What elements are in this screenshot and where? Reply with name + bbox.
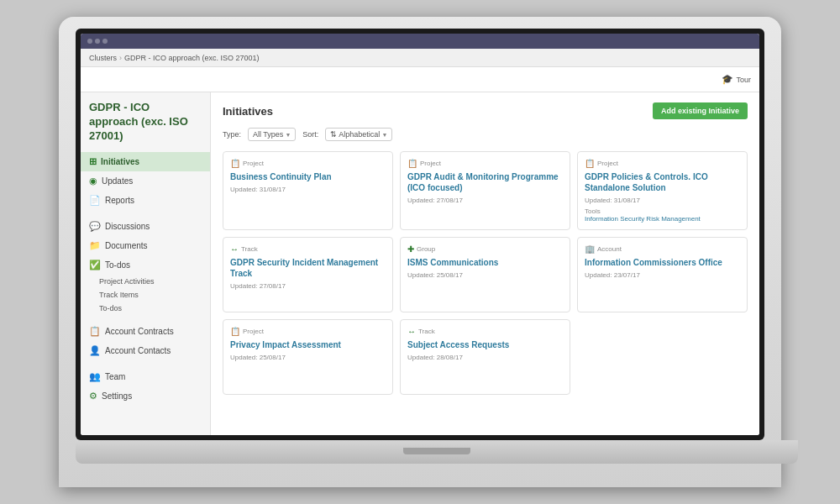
card-isms-type-icon: ✚ <box>407 244 414 254</box>
team-icon: 👥 <box>89 371 101 382</box>
sidebar-sub-project-activities[interactable]: Project Activities <box>81 275 210 288</box>
sidebar-sub-todos[interactable]: To-dos <box>81 302 210 315</box>
card-ico-type: 🏢 Account <box>585 244 740 254</box>
card-gdpr-policies-type-icon: 📋 <box>585 159 595 168</box>
type-filter-label: Type: <box>223 130 241 139</box>
screen-bezel: Clusters › GDPR - ICO approach (exc. ISO… <box>76 29 764 440</box>
sidebar-item-todos-label: To-dos <box>105 260 130 270</box>
account-contacts-icon: 👤 <box>89 345 101 356</box>
card-pia-updated: Updated: 25/08/17 <box>230 354 386 361</box>
card-isms[interactable]: ✚ Group ISMS Communications Updated: 25/… <box>400 237 570 312</box>
sidebar-item-updates-label: Updates <box>102 176 133 186</box>
card-ico-updated: Updated: 23/07/17 <box>585 271 740 279</box>
sidebar-item-todos[interactable]: ✅ To-dos <box>81 255 210 275</box>
settings-icon: ⚙ <box>89 391 97 402</box>
card-bcp-type: 📋 Project <box>230 159 386 168</box>
card-gdpr-security-updated: Updated: 27/08/17 <box>230 282 386 290</box>
sidebar-divider-3 <box>81 360 210 367</box>
documents-icon: 📁 <box>89 240 101 251</box>
sidebar-item-account-contacts-label: Account Contacts <box>105 346 171 355</box>
sidebar-item-account-contracts[interactable]: 📋 Account Contracts <box>81 322 210 341</box>
sidebar-item-reports-label: Reports <box>105 196 134 205</box>
card-gdpr-policies-tools-value: Information Security Risk Management <box>585 215 740 223</box>
filter-bar: Type: All Types ▼ Sort: ⇅ Alphabetical ▼ <box>223 128 748 141</box>
card-gdpr-audit[interactable]: 📋 Project GDPR Audit & Monitoring Progra… <box>400 151 570 230</box>
sidebar-divider-1 <box>81 210 210 217</box>
card-gdpr-audit-updated: Updated: 27/08/17 <box>407 197 563 204</box>
card-ico-type-icon: 🏢 <box>585 244 595 254</box>
sidebar-item-initiatives[interactable]: ⊞ Initiatives <box>81 152 210 171</box>
main-layout: GDPR - ICO approach (exc. ISO 27001) ⊞ I… <box>81 92 759 435</box>
discussions-icon: 💬 <box>89 221 101 232</box>
laptop-shell: Clusters › GDPR - ICO approach (exc. ISO… <box>59 17 781 487</box>
card-gdpr-security[interactable]: ↔ Track GDPR Security Incident Managemen… <box>223 237 393 312</box>
card-ico-title: Information Commissioners Office <box>585 257 740 268</box>
card-isms-type: ✚ Group <box>407 244 563 254</box>
breadcrumb: Clusters › GDPR - ICO approach (exc. ISO… <box>81 49 759 67</box>
laptop-base <box>76 440 798 464</box>
card-sar-updated: Updated: 28/08/17 <box>407 354 563 361</box>
sidebar-item-documents[interactable]: 📁 Documents <box>81 236 210 255</box>
tour-button[interactable]: 🎓 Tour <box>722 74 751 85</box>
tour-icon: 🎓 <box>722 74 733 85</box>
sidebar-item-documents-label: Documents <box>105 241 148 250</box>
sidebar-item-settings-label: Settings <box>102 391 132 401</box>
sidebar-item-initiatives-label: Initiatives <box>101 157 139 166</box>
card-gdpr-policies-type: 📋 Project <box>585 159 740 168</box>
card-bcp-title: Business Continuity Plan <box>230 171 386 182</box>
initiatives-icon: ⊞ <box>89 156 97 167</box>
sort-filter-select[interactable]: ⇅ Alphabetical ▼ <box>325 128 392 141</box>
card-gdpr-security-type-icon: ↔ <box>230 244 239 254</box>
card-gdpr-policies-tools-label: Tools <box>585 207 740 215</box>
sidebar-item-settings[interactable]: ⚙ Settings <box>81 386 210 406</box>
card-sar-type: ↔ Track <box>407 327 563 336</box>
card-sar-title: Subject Access Requests <box>407 339 563 350</box>
sidebar-item-account-contracts-label: Account Contracts <box>105 327 174 336</box>
add-initiative-button[interactable]: Add existing Initiative <box>653 102 748 119</box>
sidebar-item-account-contacts[interactable]: 👤 Account Contacts <box>81 341 210 360</box>
sidebar-item-discussions-label: Discussions <box>105 222 150 231</box>
card-gdpr-security-type: ↔ Track <box>230 244 386 254</box>
account-contracts-icon: 📋 <box>89 326 101 337</box>
sidebar-divider-2 <box>81 315 210 322</box>
type-filter-arrow: ▼ <box>285 132 291 138</box>
updates-icon: ◉ <box>89 176 97 186</box>
breadcrumb-page[interactable]: GDPR - ICO approach (exc. ISO 27001) <box>124 54 260 62</box>
card-pia-type: 📋 Project <box>230 327 386 336</box>
window-dot <box>95 39 100 44</box>
sort-filter-arrow: ▼ <box>381 132 387 138</box>
sidebar-item-reports[interactable]: 📄 Reports <box>81 191 210 210</box>
screen: Clusters › GDPR - ICO approach (exc. ISO… <box>81 34 759 435</box>
card-isms-title: ISMS Communications <box>407 257 563 268</box>
window-dot <box>102 39 108 44</box>
card-bcp-updated: Updated: 31/08/17 <box>230 186 386 193</box>
card-gdpr-policies[interactable]: 📋 Project GDPR Policies & Controls. ICO … <box>577 151 748 230</box>
card-pia[interactable]: 📋 Project Privacy Impact Assessment Upda… <box>223 319 393 395</box>
card-sar[interactable]: ↔ Track Subject Access Requests Updated:… <box>400 319 570 395</box>
card-isms-updated: Updated: 25/08/17 <box>407 271 563 279</box>
sidebar-item-discussions[interactable]: 💬 Discussions <box>81 217 210 236</box>
tour-label: Tour <box>736 76 751 84</box>
sidebar-sub-track-items[interactable]: Track Items <box>81 288 210 302</box>
initiatives-grid: 📋 Project Business Continuity Plan Updat… <box>223 151 748 395</box>
sidebar-nav-primary: ⊞ Initiatives ◉ Updates 📄 Reports <box>81 152 210 406</box>
todos-icon: ✅ <box>89 260 101 270</box>
laptop-notch <box>403 448 470 454</box>
breadcrumb-sep: › <box>119 54 122 62</box>
sidebar-item-team[interactable]: 👥 Team <box>81 367 210 386</box>
window-dot <box>87 39 92 44</box>
card-gdpr-policies-title: GDPR Policies & Controls. ICO Standalone… <box>585 171 740 193</box>
content-title: Initiatives <box>223 105 273 118</box>
type-filter-select[interactable]: All Types ▼ <box>248 128 296 141</box>
card-ico[interactable]: 🏢 Account Information Commissioners Offi… <box>577 237 748 312</box>
breadcrumb-cluster[interactable]: Clusters <box>89 54 117 62</box>
sort-filter-label: Sort: <box>302 130 318 139</box>
content-header: Initiatives Add existing Initiative <box>223 102 748 119</box>
sort-filter-value: Alphabetical <box>339 130 380 139</box>
card-bcp[interactable]: 📋 Project Business Continuity Plan Updat… <box>223 151 393 230</box>
sidebar-title: GDPR - ICO approach (exc. ISO 27001) <box>81 92 210 149</box>
top-bar <box>81 34 759 49</box>
card-pia-type-icon: 📋 <box>230 327 240 336</box>
card-pia-title: Privacy Impact Assessment <box>230 339 386 350</box>
sidebar-item-updates[interactable]: ◉ Updates <box>81 171 210 191</box>
